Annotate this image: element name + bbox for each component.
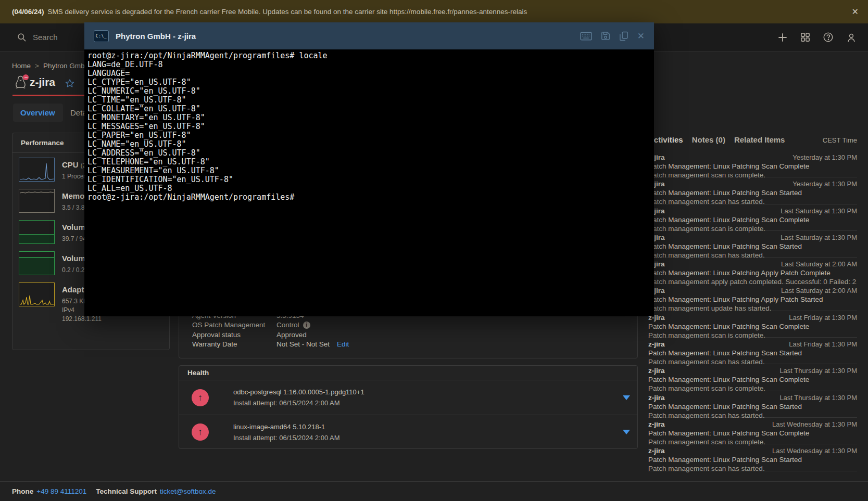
breadcrumb-organization[interactable]: Phytron GmbH: [43, 62, 90, 70]
health-title: Health: [179, 366, 637, 380]
alert-banner: (04/06/24) SMS delivery service is degra…: [0, 0, 868, 23]
activity-time: Last Saturday at 1:30 PM: [781, 207, 857, 215]
tab-overview[interactable]: Overview: [20, 108, 55, 117]
search-placeholder: Search: [33, 33, 58, 42]
health-panel: Health ↑ odbc-postgresql 1:16.00.0005-1.…: [179, 365, 638, 449]
activity-title: Patch Management: Linux Patching Scan St…: [648, 349, 857, 357]
favorite-star-icon[interactable]: [65, 79, 74, 88]
activity-time: Last Saturday at 1:30 PM: [781, 234, 857, 241]
activity-time: Last Wednesday at 1:30 PM: [772, 420, 857, 428]
activity-time: Last Thursday at 1:30 PM: [779, 367, 857, 375]
activity-title: Patch Management: Linux Patching Apply P…: [648, 269, 857, 277]
activity-time: Yesterday at 1:30 PM: [792, 153, 857, 161]
detail-value: Approved: [276, 331, 307, 339]
breadcrumb-home[interactable]: Home: [12, 62, 31, 70]
device-status-dot: [23, 74, 29, 80]
search-icon: [17, 32, 27, 42]
activity-item: z-jiraYesterday at 1:30 PM Patch Managem…: [648, 177, 857, 204]
patch-failed-icon: ↑: [192, 389, 209, 406]
timezone-label: CEST Time: [823, 136, 857, 144]
activity-time: Last Wednesday at 1:30 PM: [772, 447, 857, 455]
activity-item: z-jiraYesterday at 1:30 PM Patch Managem…: [648, 151, 857, 177]
virtual-keyboard-icon[interactable]: [580, 32, 592, 41]
adapter-ip: 192.168.1.211: [62, 315, 102, 323]
command-prompt-icon: C:\_: [94, 30, 109, 42]
breadcrumb: Home > Phytron GmbH: [12, 62, 90, 70]
activity-item: z-jiraLast Wednesday at 1:30 PM Patch Ma…: [648, 444, 857, 471]
alert-message: SMS delivery service is degraded for the…: [48, 8, 527, 16]
activity-time: Last Friday at 1:30 PM: [789, 340, 857, 348]
activity-time: Last Friday at 1:30 PM: [789, 314, 857, 322]
activities-panel: Activities Notes (0) Related Items CEST …: [648, 132, 857, 471]
tab-notes[interactable]: Notes (0): [692, 135, 725, 144]
phone-label: Phone: [12, 487, 33, 495]
phone-link[interactable]: +49 89 4111201: [36, 487, 86, 495]
detail-value: Not Set - Not Set: [276, 340, 330, 348]
apps-grid-icon[interactable]: [800, 32, 810, 42]
footer: Phone +49 89 4111201 Technical Support t…: [0, 481, 868, 501]
activity-device: z-jira: [648, 394, 665, 402]
cpu-sparkline: [19, 158, 55, 182]
activities-tabs: Activities Notes (0) Related Items CEST …: [648, 135, 857, 144]
activity-item: z-jiraLast Saturday at 1:30 PM Patch Man…: [648, 204, 857, 231]
edit-link[interactable]: Edit: [337, 340, 349, 348]
user-icon[interactable]: [846, 32, 857, 43]
detail-label: OS Patch Management: [192, 321, 276, 329]
volume1-chart: [19, 220, 55, 244]
activity-device: z-jira: [648, 447, 665, 455]
terminal-window: C:\_ Phytron GmbH - z-jira ✕ root@z-jira…: [84, 22, 654, 316]
health-item: ↑ odbc-postgresql 1:16.00.0005-1.pgdg110…: [179, 380, 637, 415]
activity-title: Patch Management: Linux Patching Scan St…: [648, 189, 857, 197]
banner-close-icon[interactable]: ✕: [851, 6, 860, 18]
patch-name: linux-image-amd64 5.10.218-1: [233, 423, 340, 431]
patch-attempt: Install attempt: 06/15/2024 2:00 AM: [233, 399, 364, 407]
activity-title: Patch Management: Linux Patching Scan St…: [648, 403, 857, 410]
patch-name: odbc-postgresql 1:16.00.0005-1.pgdg110+1: [233, 388, 364, 396]
volume2-chart: [19, 251, 55, 275]
activity-time: Last Saturday at 2:00 AM: [781, 287, 857, 294]
header-actions: [777, 32, 857, 43]
activity-time: Last Saturday at 2:00 AM: [781, 260, 857, 268]
save-icon[interactable]: [601, 31, 610, 41]
expand-caret-icon[interactable]: [623, 395, 630, 400]
cpu-label: CPU: [62, 160, 79, 169]
info-icon[interactable]: i: [303, 322, 310, 329]
activity-item: z-jiraLast Thursday at 1:30 PM Patch Man…: [648, 391, 857, 418]
expand-caret-icon[interactable]: [623, 430, 630, 434]
activity-item: z-jiraLast Saturday at 1:30 PM Patch Man…: [648, 231, 857, 258]
activity-item: z-jiraLast Friday at 1:30 PM Patch Manag…: [648, 338, 857, 364]
copy-icon[interactable]: [619, 31, 628, 41]
activity-title: Patch Management: Linux Patching Scan St…: [648, 456, 857, 464]
activity-title: Patch Management: Linux Patching Scan Co…: [648, 162, 857, 170]
activity-time: Last Thursday at 1:30 PM: [779, 394, 857, 402]
health-item: ↑ linux-image-amd64 5.10.218-1 Install a…: [179, 415, 637, 449]
tab-related-items[interactable]: Related Items: [734, 135, 785, 144]
activity-item: z-jiraLast Thursday at 1:30 PM Patch Man…: [648, 364, 857, 391]
activity-device: z-jira: [648, 367, 665, 375]
alert-date: (04/06/24): [12, 8, 44, 16]
activity-title: Patch Management: Linux Patching Scan Co…: [648, 429, 857, 437]
terminal-actions: ✕: [580, 31, 645, 41]
support-label: Technical Support: [96, 487, 157, 495]
activity-item: z-jiraLast Friday at 1:30 PM Patch Manag…: [648, 311, 857, 338]
activity-desc: Patch management scan has started.: [648, 465, 857, 472]
detail-row-approval-status: Approval status Approved: [192, 330, 627, 340]
support-email-link[interactable]: ticket@softbox.de: [160, 487, 216, 495]
detail-value: Control: [276, 321, 299, 329]
activity-item: z-jiraLast Wednesday at 1:30 PM Patch Ma…: [648, 418, 857, 444]
activity-item: z-jiraLast Saturday at 2:00 AM Patch Man…: [648, 258, 857, 284]
detail-row-warranty-date: Warranty Date Not Set - Not Set Edit: [192, 340, 627, 350]
memory-sparkline: [19, 189, 55, 213]
add-icon[interactable]: [777, 32, 788, 43]
activity-title: Patch Management: Linux Patching Scan Co…: [648, 216, 857, 224]
terminal-close-icon[interactable]: ✕: [637, 32, 645, 41]
global-search[interactable]: Search: [17, 32, 58, 42]
terminal-titlebar[interactable]: C:\_ Phytron GmbH - z-jira ✕: [84, 22, 654, 49]
activity-desc: Patch management apply patch completed. …: [648, 278, 857, 286]
activity-time: Yesterday at 1:30 PM: [792, 180, 857, 188]
adapter-sparkline: [19, 282, 55, 306]
activity-device: z-jira: [648, 340, 665, 348]
terminal-title: Phytron GmbH - z-jira: [116, 32, 196, 41]
help-icon[interactable]: [823, 32, 834, 43]
terminal-output[interactable]: root@z-jira:/opt/NinjaRMMAgent/programfi…: [84, 49, 654, 316]
